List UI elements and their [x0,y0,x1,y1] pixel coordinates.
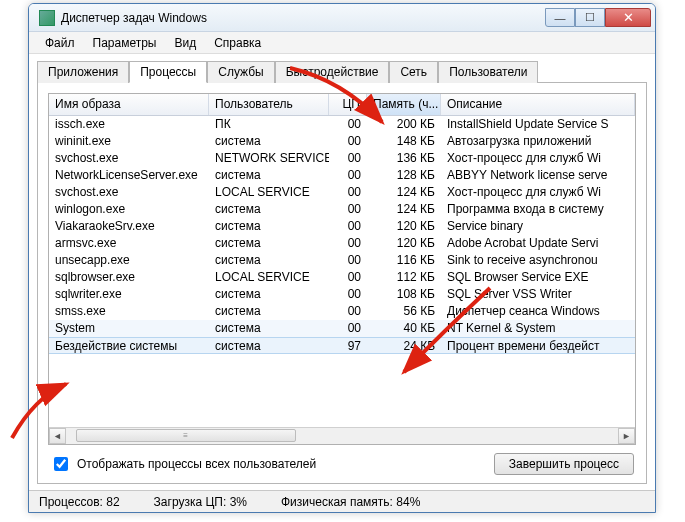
cell-cpu: 00 [329,133,367,149]
table-row[interactable]: issch.exeПК00200 КБInstallShield Update … [49,116,635,133]
cell-user: система [209,218,329,234]
menu-file[interactable]: Файл [37,34,83,52]
status-process-count: Процессов: 82 [39,495,120,509]
maximize-button[interactable]: ☐ [575,8,605,27]
horizontal-scrollbar[interactable]: ◄ ≡ ► [49,427,635,444]
scroll-thumb[interactable]: ≡ [76,429,296,442]
cell-img: sqlbrowser.exe [49,269,209,285]
cell-mem: 124 КБ [367,184,441,200]
menu-view[interactable]: Вид [166,34,204,52]
cell-img: System [49,320,209,336]
menu-help[interactable]: Справка [206,34,269,52]
table-row[interactable]: svchost.exeNETWORK SERVICE00136 КБХост-п… [49,150,635,167]
cell-img: svchost.exe [49,150,209,166]
tab-performance[interactable]: Быстродействие [275,61,390,83]
table-row[interactable]: ViakaraokeSrv.exeсистема00120 КБService … [49,218,635,235]
tab-services[interactable]: Службы [207,61,274,83]
cell-img: NetworkLicenseServer.exe [49,167,209,183]
col-memory[interactable]: Память (ч... [367,94,441,115]
col-cpu[interactable]: ЦП [329,94,367,115]
cell-mem: 112 КБ [367,269,441,285]
scroll-track[interactable]: ≡ [66,428,618,444]
minimize-button[interactable]: — [545,8,575,27]
process-listview: Имя образа Пользователь ЦП Память (ч... … [48,93,636,445]
table-row[interactable]: Бездействие системысистема9724 КБПроцент… [49,337,635,354]
column-headers: Имя образа Пользователь ЦП Память (ч... … [49,94,635,116]
cell-mem: 24 КБ [367,338,441,353]
table-row[interactable]: wininit.exeсистема00148 КБАвтозагрузка п… [49,133,635,150]
titlebar[interactable]: Диспетчер задач Windows — ☐ ✕ [29,4,655,32]
cell-img: wininit.exe [49,133,209,149]
show-all-users-input[interactable] [54,457,68,471]
cell-desc: Процент времени бездейст [441,338,635,353]
panel-footer: Отображать процессы всех пользователей З… [48,445,636,477]
col-image-name[interactable]: Имя образа [49,94,209,115]
table-row[interactable]: smss.exeсистема0056 КБДиспетчер сеанса W… [49,303,635,320]
menu-options[interactable]: Параметры [85,34,165,52]
col-user[interactable]: Пользователь [209,94,329,115]
cell-desc: Диспетчер сеанса Windows [441,303,635,319]
table-row[interactable]: sqlwriter.exeсистема00108 КБSQL Server V… [49,286,635,303]
cell-desc: Adobe Acrobat Update Servi [441,235,635,251]
cell-mem: 116 КБ [367,252,441,268]
cell-mem: 120 КБ [367,235,441,251]
tab-strip: Приложения Процессы Службы Быстродействи… [29,54,655,82]
cell-img: armsvc.exe [49,235,209,251]
cell-user: система [209,320,329,336]
cell-mem: 124 КБ [367,201,441,217]
cell-desc: NT Kernel & System [441,320,635,336]
cell-cpu: 00 [329,303,367,319]
table-row[interactable]: svchost.exeLOCAL SERVICE00124 КБХост-про… [49,184,635,201]
cell-cpu: 00 [329,218,367,234]
tab-network[interactable]: Сеть [389,61,438,83]
tab-applications[interactable]: Приложения [37,61,129,83]
cell-desc: InstallShield Update Service S [441,116,635,132]
show-all-users-checkbox[interactable]: Отображать процессы всех пользователей [50,454,316,474]
tab-processes[interactable]: Процессы [129,61,207,83]
cell-mem: 136 КБ [367,150,441,166]
cell-desc: ABBYY Network license serve [441,167,635,183]
tab-users[interactable]: Пользователи [438,61,538,83]
cell-img: ViakaraokeSrv.exe [49,218,209,234]
cell-mem: 56 КБ [367,303,441,319]
cell-desc: Хост-процесс для служб Wi [441,150,635,166]
cell-img: smss.exe [49,303,209,319]
menubar: Файл Параметры Вид Справка [29,32,655,54]
cell-user: LOCAL SERVICE [209,269,329,285]
cell-desc: Sink to receive asynchronou [441,252,635,268]
cell-cpu: 00 [329,286,367,302]
window-title: Диспетчер задач Windows [61,11,545,25]
cell-user: система [209,252,329,268]
scroll-right-icon[interactable]: ► [618,428,635,444]
table-row[interactable]: unsecapp.exeсистема00116 КБSink to recei… [49,252,635,269]
close-button[interactable]: ✕ [605,8,651,27]
cell-cpu: 00 [329,252,367,268]
status-cpu-usage: Загрузка ЦП: 3% [154,495,247,509]
col-description[interactable]: Описание [441,94,635,115]
cell-user: система [209,286,329,302]
cell-img: winlogon.exe [49,201,209,217]
status-bar: Процессов: 82 Загрузка ЦП: 3% Физическая… [29,490,655,512]
table-row[interactable]: Systemсистема0040 КБNT Kernel & System [49,320,635,337]
cell-cpu: 00 [329,201,367,217]
cell-cpu: 00 [329,235,367,251]
table-row[interactable]: armsvc.exeсистема00120 КБAdobe Acrobat U… [49,235,635,252]
cell-user: система [209,303,329,319]
app-icon [39,10,55,26]
cell-mem: 200 КБ [367,116,441,132]
cell-user: система [209,133,329,149]
cell-mem: 148 КБ [367,133,441,149]
table-row[interactable]: sqlbrowser.exeLOCAL SERVICE00112 КБSQL B… [49,269,635,286]
table-row[interactable]: NetworkLicenseServer.exeсистема00128 КБA… [49,167,635,184]
table-row[interactable]: winlogon.exeсистема00124 КБПрограмма вхо… [49,201,635,218]
cell-mem: 128 КБ [367,167,441,183]
cell-cpu: 00 [329,167,367,183]
cell-user: система [209,338,329,353]
cell-user: система [209,167,329,183]
cell-img: unsecapp.exe [49,252,209,268]
cell-desc: Программа входа в систему [441,201,635,217]
cell-user: ПК [209,116,329,132]
scroll-left-icon[interactable]: ◄ [49,428,66,444]
cell-cpu: 00 [329,184,367,200]
end-process-button[interactable]: Завершить процесс [494,453,634,475]
